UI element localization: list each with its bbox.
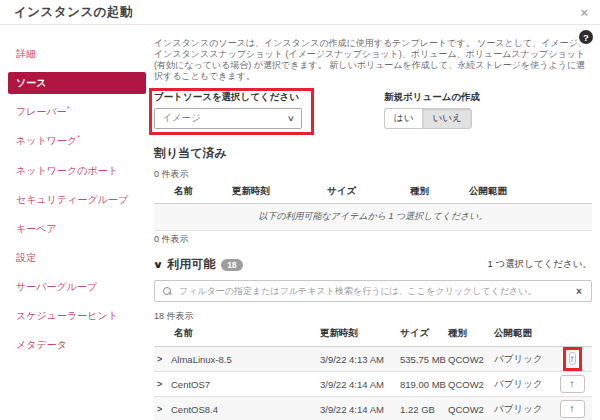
available-count: 18 件表示 <box>154 310 592 323</box>
image-name: CentOS8.4 <box>171 404 218 415</box>
image-name: CentOS7 <box>171 379 210 390</box>
expand-chevron-icon[interactable]: > <box>157 404 171 414</box>
filter-search-bar: × <box>154 280 592 302</box>
col-type: 種別 <box>448 327 494 340</box>
sidebar-item-flavor[interactable]: フレーバー* <box>8 101 146 123</box>
modal-header: インスタンスの起動 × <box>0 0 600 25</box>
sidebar-item-source[interactable]: ソース <box>8 72 146 94</box>
col-updated: 更新時刻 <box>232 185 327 198</box>
image-size: 1.22 GB <box>400 404 448 415</box>
expand-chevron-icon[interactable]: > <box>157 354 171 364</box>
new-volume-label: 新規ボリュームの作成 <box>384 91 480 104</box>
col-size: サイズ <box>327 185 410 198</box>
col-type: 種別 <box>410 185 469 198</box>
allocated-count-bottom: 0 件表示 <box>154 233 592 246</box>
allocate-up-arrow-button[interactable]: ↑ <box>560 400 585 418</box>
table-row: >CentOS8.4 3/9/22 4:14 AM 1.22 GB QCOW2 … <box>154 397 592 420</box>
image-updated: 3/9/22 4:13 AM <box>320 354 400 365</box>
col-visibility: 公開範囲 <box>469 185 592 198</box>
required-asterisk: * <box>77 134 80 141</box>
allocate-up-arrow-button[interactable]: ↑ <box>560 375 585 393</box>
col-name: 名前 <box>154 185 232 198</box>
sidebar-item-metadata[interactable]: メタデータ <box>8 334 146 356</box>
expand-chevron-icon[interactable]: > <box>157 379 171 389</box>
boot-source-group: ブートソースを選択してください イメージ ∨ <box>149 88 314 135</box>
source-panel: インスタンスのソースは、インスタンスの作成に使用するテンプレートです。 ソースと… <box>152 38 600 420</box>
new-volume-yes-button[interactable]: はい <box>384 108 422 129</box>
boot-source-select[interactable]: イメージ ∨ <box>154 108 302 129</box>
allocated-heading: 割り当て済み <box>154 145 592 162</box>
close-icon[interactable]: × <box>580 6 588 19</box>
wizard-sidebar: 詳細 ソース フレーバー* ネットワーク* ネットワークのポート セキュリティー… <box>0 38 152 420</box>
search-icon <box>155 281 179 301</box>
modal-body: 詳細 ソース フレーバー* ネットワーク* ネットワークのポート セキュリティー… <box>0 25 600 420</box>
image-size: 535.75 MB <box>400 354 448 365</box>
table-row: >AlmaLinux-8.5 3/9/22 4:13 AM 535.75 MB … <box>154 347 592 372</box>
available-count-badge: 18 <box>221 259 242 271</box>
sidebar-item-network[interactable]: ネットワーク* <box>8 130 146 152</box>
sidebar-item-server-groups[interactable]: サーバーグループ <box>8 276 146 298</box>
sidebar-item-configuration[interactable]: 設定 <box>8 247 146 269</box>
sidebar-item-keypair[interactable]: キーペア <box>8 218 146 240</box>
new-volume-no-button[interactable]: いいえ <box>422 108 471 129</box>
new-volume-group: 新規ボリュームの作成 はい いいえ <box>384 88 480 129</box>
image-name: AlmaLinux-8.5 <box>171 354 232 365</box>
boot-source-selected-value: イメージ <box>162 112 201 125</box>
filter-search-input[interactable] <box>179 286 567 296</box>
allocated-count-top: 0 件表示 <box>154 168 592 181</box>
required-asterisk: * <box>67 105 70 112</box>
image-updated: 3/9/22 4:14 AM <box>320 379 400 390</box>
sidebar-item-details[interactable]: 詳細 <box>8 43 146 65</box>
allocate-up-arrow-button[interactable]: ↑ <box>569 352 576 365</box>
sidebar-item-network-ports[interactable]: ネットワークのポート <box>8 160 146 182</box>
image-type: QCOW2 <box>448 354 494 365</box>
clear-filter-icon[interactable]: × <box>567 286 591 297</box>
available-header: ∨ 利用可能 18 1 つ選択してください。 <box>154 256 592 273</box>
launch-instance-modal: インスタンスの起動 × ? 詳細 ソース フレーバー* ネットワーク* ネットワ… <box>0 0 600 420</box>
source-description: インスタンスのソースは、インスタンスの作成に使用するテンプレートです。 ソースと… <box>154 38 592 82</box>
select-one-hint: 1 つ選択してください。 <box>488 258 592 271</box>
boot-source-label: ブートソースを選択してください <box>154 91 309 104</box>
new-volume-toggle: はい いいえ <box>384 108 480 129</box>
sidebar-item-security-groups[interactable]: セキュリティーグループ <box>8 189 146 211</box>
allocated-table-header: 名前 更新時刻 サイズ 種別 公開範囲 <box>154 185 592 204</box>
collapse-chevron-icon[interactable]: ∨ <box>153 259 164 270</box>
modal-title: インスタンスの起動 <box>14 4 133 21</box>
image-visibility: パブリック <box>494 378 552 391</box>
sidebar-item-scheduler-hints[interactable]: スケジューラーヒント <box>8 305 146 327</box>
chevron-down-icon: ∨ <box>287 114 295 123</box>
allocated-empty-message: 以下の利用可能なアイテムから 1 つ選択してください。 <box>154 204 592 231</box>
col-updated: 更新時刻 <box>320 327 400 340</box>
col-size: サイズ <box>400 327 448 340</box>
boot-source-row: ブートソースを選択してください イメージ ∨ 新規ボリュームの作成 はい いいえ <box>154 88 592 135</box>
image-type: QCOW2 <box>448 379 494 390</box>
help-icon[interactable]: ? <box>579 30 593 44</box>
col-name: 名前 <box>154 327 320 340</box>
available-table-header: 名前 更新時刻 サイズ 種別 公開範囲 <box>154 327 592 347</box>
col-visibility: 公開範囲 <box>494 327 552 340</box>
image-visibility: パブリック <box>494 403 552 416</box>
image-type: QCOW2 <box>448 404 494 415</box>
col-actions <box>552 327 592 340</box>
available-heading: 利用可能 <box>167 256 215 273</box>
image-updated: 3/9/22 4:14 AM <box>320 404 400 415</box>
image-visibility: パブリック <box>494 353 552 366</box>
table-row: >CentOS7 3/9/22 4:14 AM 819.00 MB QCOW2 … <box>154 372 592 397</box>
image-size: 819.00 MB <box>400 379 448 390</box>
